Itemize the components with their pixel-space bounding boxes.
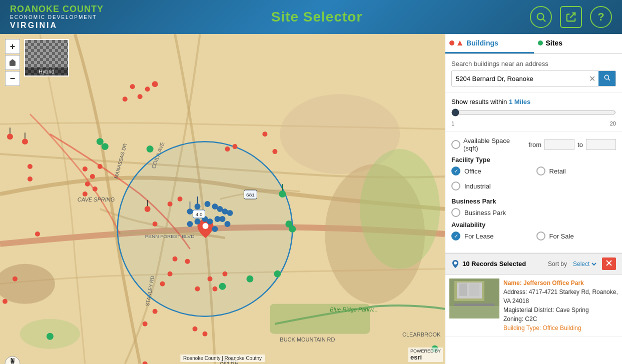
svg-point-72	[205, 201, 211, 207]
space-to-input[interactable]	[586, 139, 616, 150]
for-lease-label: For Lease	[464, 232, 494, 240]
search-clear-button[interactable]: ✕	[586, 72, 598, 86]
svg-point-22	[7, 134, 13, 140]
map-thumbnail[interactable]: Hybrid	[24, 39, 69, 76]
business-park-label: Business Park	[464, 209, 506, 216]
svg-point-65	[160, 282, 165, 286]
result-district: Magisterial District: Cave Spring	[503, 306, 618, 314]
search-button[interactable]	[530, 6, 552, 28]
svg-rect-112	[459, 284, 467, 296]
available-space-row: Available Space (sqft) from to	[451, 137, 616, 152]
records-count-label: 10 Records Selected	[462, 260, 526, 268]
svg-text:CAVE SPRING: CAVE SPRING	[78, 196, 115, 202]
pin-icon	[451, 260, 459, 268]
svg-point-24	[22, 138, 28, 144]
svg-point-90	[289, 226, 296, 232]
svg-point-53	[145, 206, 151, 212]
map-area[interactable]: COILA AVE PENN FOREST BLVD CAVE SPRING B…	[0, 34, 445, 364]
clear-results-button[interactable]	[602, 258, 616, 270]
svg-point-67	[203, 223, 209, 229]
tab-buildings[interactable]: Buildings	[445, 34, 534, 54]
svg-point-87	[279, 190, 286, 198]
for-lease-row: For Lease	[451, 232, 531, 240]
sites-pin-icon	[538, 40, 543, 46]
address-search-input[interactable]	[452, 72, 586, 86]
svg-line-1	[543, 19, 545, 22]
retail-checkbox[interactable]	[536, 166, 545, 176]
search-label: Search buildings near an address	[451, 60, 616, 68]
svg-point-92	[102, 143, 109, 150]
svg-point-81	[220, 216, 226, 222]
export-button[interactable]	[560, 6, 582, 28]
sort-select[interactable]: Select	[571, 260, 598, 268]
svg-point-26	[28, 164, 33, 169]
facility-industrial-row: Industrial	[451, 182, 531, 190]
result-card[interactable]: Name: Jefferson Office Park Address: 471…	[445, 274, 622, 337]
svg-point-32	[90, 174, 95, 179]
svg-line-2	[570, 13, 575, 18]
business-park-row: Business Park	[451, 208, 616, 217]
svg-rect-114	[454, 304, 494, 306]
svg-line-105	[608, 79, 610, 80]
slider-range-labels: 1 20	[451, 120, 616, 126]
svg-rect-115	[449, 306, 499, 318]
zoom-in-button[interactable]: +	[5, 39, 20, 54]
radius-slider[interactable]	[451, 108, 616, 116]
svg-point-45	[272, 149, 277, 154]
search-go-button[interactable]	[598, 71, 615, 86]
svg-point-33	[85, 182, 90, 186]
svg-point-62	[213, 286, 218, 292]
svg-text:Blue Ridge Parkw...: Blue Ridge Parkw...	[330, 306, 378, 312]
svg-point-36	[98, 164, 103, 169]
svg-point-59	[185, 259, 190, 264]
svg-point-98	[246, 276, 253, 282]
business-park-checkbox[interactable]	[451, 208, 460, 217]
tab-buildings-label: Buildings	[466, 39, 498, 47]
svg-point-93	[274, 270, 281, 278]
zoom-out-button[interactable]: −	[5, 71, 20, 86]
logo-bot: VIRGINIA	[10, 20, 104, 30]
svg-text:BUCK MOUNTAIN RD: BUCK MOUNTAIN RD	[280, 336, 335, 342]
svg-point-61	[208, 276, 213, 282]
zoom-home-button[interactable]	[5, 55, 20, 70]
logo-mid: ECONOMIC DEVELOPMENT	[10, 14, 104, 20]
help-button[interactable]: ?	[590, 6, 612, 28]
svg-point-46	[143, 322, 148, 326]
svg-marker-103	[457, 40, 462, 46]
industrial-checkbox[interactable]	[451, 182, 460, 190]
svg-point-34	[93, 186, 98, 192]
for-lease-checkbox[interactable]	[451, 232, 460, 240]
space-from-input[interactable]	[544, 139, 574, 150]
slider-container	[451, 108, 616, 118]
for-sale-checkbox[interactable]	[536, 232, 545, 240]
to-label: to	[577, 141, 583, 148]
esri-attribution: POWERED BY esri	[408, 348, 443, 362]
result-name: Name: Jefferson Office Park	[503, 278, 618, 288]
result-address: Address: 4717-4721 Starkey Rd, Roanoke, …	[503, 288, 618, 306]
svg-point-7	[360, 149, 440, 269]
logo-top: ROANOKE COUNTY	[10, 4, 104, 15]
svg-point-39	[138, 94, 143, 99]
facility-type-title: Facility Type	[451, 156, 616, 164]
office-checkbox[interactable]	[451, 166, 460, 176]
svg-point-96	[47, 333, 54, 340]
svg-point-63	[223, 272, 228, 276]
facility-office-row: Office	[451, 166, 531, 176]
svg-point-57	[153, 222, 158, 226]
slider-min: 1	[451, 120, 454, 126]
available-space-checkbox[interactable]	[451, 140, 460, 149]
svg-point-106	[454, 262, 457, 264]
sidebar: Buildings Sites Search buildings near an…	[445, 34, 622, 364]
svg-point-27	[28, 176, 33, 182]
svg-point-38	[145, 86, 150, 92]
result-thumbnail	[449, 278, 499, 318]
tab-sites[interactable]: Sites	[534, 34, 623, 54]
business-park-title: Business Park	[451, 198, 616, 205]
svg-point-35	[83, 192, 88, 196]
svg-point-78	[195, 218, 201, 224]
result-info: Name: Jefferson Office Park Address: 471…	[503, 278, 618, 332]
result-zoning: Zoning: C2C	[503, 314, 618, 324]
search-section: Search buildings near an address ✕	[445, 54, 622, 93]
help-icon: ?	[597, 10, 604, 24]
svg-point-41	[152, 81, 158, 87]
